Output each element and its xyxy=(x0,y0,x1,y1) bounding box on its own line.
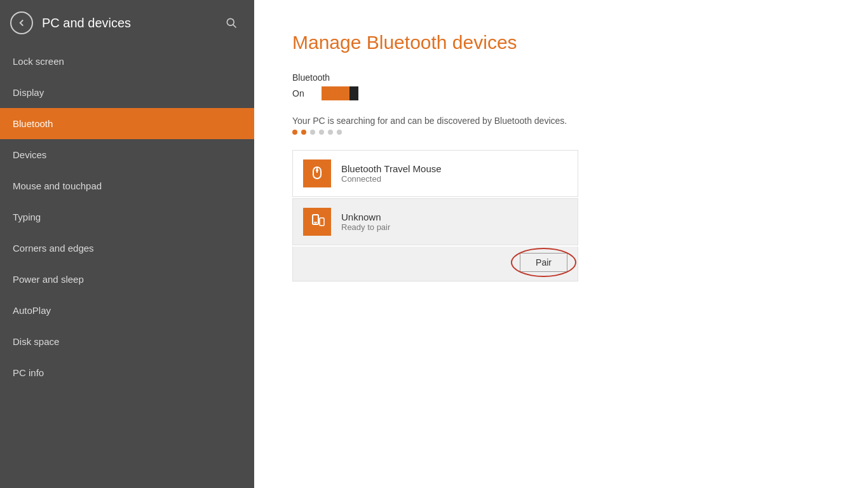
sidebar-item-lock-screen[interactable]: Lock screen xyxy=(0,46,254,77)
sidebar-item-devices[interactable]: Devices xyxy=(0,139,254,170)
main-content: Manage Bluetooth devices Bluetooth On Yo… xyxy=(254,0,868,488)
svg-point-0 xyxy=(227,18,234,25)
pair-row: Pair xyxy=(292,247,578,281)
dot-6 xyxy=(337,130,342,135)
sidebar: PC and devices Lock screen Display Bluet… xyxy=(0,0,254,488)
travel-mouse-info: Bluetooth Travel Mouse Connected xyxy=(341,163,567,184)
bluetooth-toggle-row: On xyxy=(292,86,830,100)
svg-rect-6 xyxy=(320,218,324,226)
toggle-thumb xyxy=(349,86,358,100)
bluetooth-section-label: Bluetooth xyxy=(292,72,830,83)
sidebar-title: PC and devices xyxy=(42,16,212,30)
unknown-device-info: Unknown Ready to pair xyxy=(341,212,567,232)
sidebar-item-display[interactable]: Display xyxy=(0,77,254,108)
svg-point-4 xyxy=(316,169,318,172)
svg-point-8 xyxy=(315,223,316,224)
searching-dots xyxy=(292,130,830,135)
unknown-device-status: Ready to pair xyxy=(341,222,567,232)
search-button[interactable] xyxy=(221,13,241,33)
sidebar-item-corners-and-edges[interactable]: Corners and edges xyxy=(0,233,254,264)
dot-5 xyxy=(328,130,333,135)
dot-3 xyxy=(310,130,315,135)
searching-text: Your PC is searching for and can be disc… xyxy=(292,116,830,126)
dot-1 xyxy=(292,130,297,135)
pair-button[interactable]: Pair xyxy=(520,253,567,272)
toggle-track xyxy=(322,86,351,100)
sidebar-header: PC and devices xyxy=(0,0,254,46)
bluetooth-toggle[interactable] xyxy=(322,86,358,100)
sidebar-item-power-and-sleep[interactable]: Power and sleep xyxy=(0,264,254,295)
sidebar-item-pc-info[interactable]: PC info xyxy=(0,357,254,388)
unknown-device-name: Unknown xyxy=(341,212,567,222)
toggle-state-label: On xyxy=(292,88,311,98)
page-title: Manage Bluetooth devices xyxy=(292,32,830,53)
sidebar-nav: Lock screen Display Bluetooth Devices Mo… xyxy=(0,46,254,388)
travel-mouse-status: Connected xyxy=(341,174,567,184)
device-card-unknown[interactable]: Unknown Ready to pair xyxy=(292,198,578,245)
unknown-device-icon xyxy=(303,208,331,236)
pair-button-wrapper: Pair xyxy=(520,253,567,272)
device-card-travel-mouse[interactable]: Bluetooth Travel Mouse Connected xyxy=(292,150,578,197)
travel-mouse-name: Bluetooth Travel Mouse xyxy=(341,163,567,174)
sidebar-item-mouse-and-touchpad[interactable]: Mouse and touchpad xyxy=(0,170,254,201)
sidebar-item-bluetooth[interactable]: Bluetooth xyxy=(0,108,254,139)
sidebar-item-disk-space[interactable]: Disk space xyxy=(0,326,254,357)
mouse-icon xyxy=(303,159,331,187)
dot-2 xyxy=(301,130,306,135)
back-button[interactable] xyxy=(10,11,33,34)
svg-line-1 xyxy=(233,25,236,28)
dot-4 xyxy=(319,130,324,135)
sidebar-item-typing[interactable]: Typing xyxy=(0,201,254,233)
sidebar-item-autoplay[interactable]: AutoPlay xyxy=(0,295,254,326)
